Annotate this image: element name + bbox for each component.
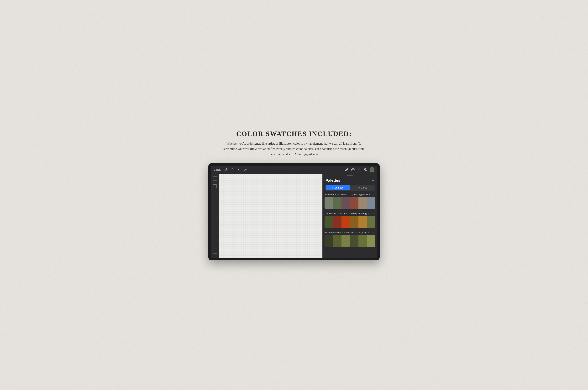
swatch-2-3[interactable] <box>342 216 350 228</box>
swatch-3-1[interactable] <box>324 235 333 247</box>
compact-toggle[interactable]: ▤ Compact <box>326 185 350 190</box>
content-area: Palettes + ▤ Compact ⊞ Cards <box>211 174 377 258</box>
palette-1-swatches[interactable] <box>324 197 375 209</box>
compact-icon: ▤ <box>331 187 333 189</box>
smudge-icon[interactable] <box>351 168 355 172</box>
palette-2-name: Des Kunstlers Sohn Fred (1908) by Albin … <box>324 212 372 215</box>
sidebar-handle-bottom <box>213 253 217 254</box>
cards-toggle[interactable]: ⊞ Cards <box>351 185 375 191</box>
heading-section: COLOR SWATCHES INCLUDED: Whether you're … <box>221 130 367 157</box>
canvas-area[interactable] <box>219 174 322 258</box>
palette-item-3-header: Bildnis des Vaters des Kunstlers, 1905 (… <box>324 231 375 234</box>
more-options-icon[interactable]: ··· <box>293 168 295 171</box>
brush-icon[interactable] <box>345 168 349 172</box>
palettes-panel: Palettes + ▤ Compact ⊞ Cards <box>322 174 377 258</box>
swatch-1-5[interactable] <box>359 197 367 209</box>
magic-icon[interactable] <box>231 168 234 172</box>
sidebar-handle-mid <box>213 180 217 181</box>
swatch-3-4[interactable] <box>350 235 359 247</box>
palette-list: Bauernhof in Grafendorf (1) by Albin Egg… <box>323 193 377 258</box>
arrow-icon[interactable] <box>244 168 247 172</box>
swatch-3-6[interactable] <box>367 235 376 247</box>
cards-icon: ⊞ <box>358 187 360 189</box>
curve-icon[interactable] <box>237 168 241 172</box>
canvas-texture <box>219 174 322 258</box>
swatch-1-4[interactable] <box>350 197 359 209</box>
swatch-3-3[interactable] <box>342 235 350 247</box>
palette-item-2: Des Kunstlers Sohn Fred (1908) by Albin … <box>324 212 375 228</box>
drag-line <box>347 175 353 176</box>
compact-label: Compact <box>334 186 344 189</box>
panel-header: Palettes + <box>323 177 377 185</box>
swatch-1-1[interactable] <box>324 197 333 209</box>
settings-icon[interactable] <box>224 168 228 172</box>
toolbar-left: Gallery <box>214 168 343 172</box>
subtitle: Whether you're a designer, fine artist, … <box>221 141 367 157</box>
swatch-3-2[interactable] <box>333 235 342 247</box>
active-color-dot[interactable] <box>370 167 374 172</box>
panel-drag-handle <box>323 174 377 177</box>
swatch-3-5[interactable] <box>359 235 367 247</box>
toolbar-right <box>345 167 374 172</box>
palette-item-2-header: Des Kunstlers Sohn Fred (1908) by Albin … <box>324 212 375 215</box>
palette-3-name: Bildnis des Vaters des Kunstlers, 1905 (… <box>324 231 372 234</box>
page-wrapper: COLOR SWATCHES INCLUDED: Whether you're … <box>197 130 391 260</box>
palette-3-swatches[interactable] <box>324 235 375 247</box>
layers-icon[interactable] <box>363 168 367 172</box>
eraser-icon[interactable] <box>357 168 361 172</box>
svg-line-3 <box>233 170 233 171</box>
svg-marker-7 <box>364 168 367 170</box>
swatch-2-2[interactable] <box>333 216 342 228</box>
toolbar-center: ··· <box>293 168 295 171</box>
palette-item-3: Bildnis des Vaters des Kunstlers, 1905 (… <box>324 231 375 247</box>
palette-2-more[interactable]: ··· <box>372 212 375 215</box>
gallery-button[interactable]: Gallery <box>214 168 221 171</box>
view-toggle: ▤ Compact ⊞ Cards <box>325 185 375 191</box>
swatch-2-6[interactable] <box>367 216 376 228</box>
palette-2-swatches[interactable] <box>324 216 375 228</box>
svg-line-6 <box>244 169 246 171</box>
swatch-2-4[interactable] <box>350 216 359 228</box>
swatch-2-1[interactable] <box>324 216 333 228</box>
ipad-mockup: Gallery <box>208 163 380 260</box>
main-title: COLOR SWATCHES INCLUDED: <box>221 130 367 138</box>
palette-item-1: Bauernhof in Grafendorf (1) by Albin Egg… <box>324 193 375 209</box>
cards-label: Cards <box>361 186 367 189</box>
swatch-1-2[interactable] <box>333 197 342 209</box>
palette-1-more[interactable]: ··· <box>372 193 375 196</box>
swatch-1-3[interactable] <box>342 197 350 209</box>
sidebar-handle-top <box>213 176 217 177</box>
panel-title: Palettes <box>325 178 340 183</box>
left-sidebar <box>211 174 219 258</box>
palette-3-more[interactable]: ··· <box>372 231 375 234</box>
toolbar: Gallery <box>211 166 377 174</box>
swatch-1-6[interactable] <box>367 197 376 209</box>
palette-1-name: Bauernhof in Grafendorf (1) by Albin Egg… <box>324 193 372 196</box>
palette-item-1-header: Bauernhof in Grafendorf (1) by Albin Egg… <box>324 193 375 196</box>
ipad-screen: Gallery <box>211 166 377 258</box>
sidebar-square[interactable] <box>213 184 217 188</box>
add-palette-button[interactable]: + <box>372 178 374 183</box>
swatch-2-5[interactable] <box>359 216 367 228</box>
